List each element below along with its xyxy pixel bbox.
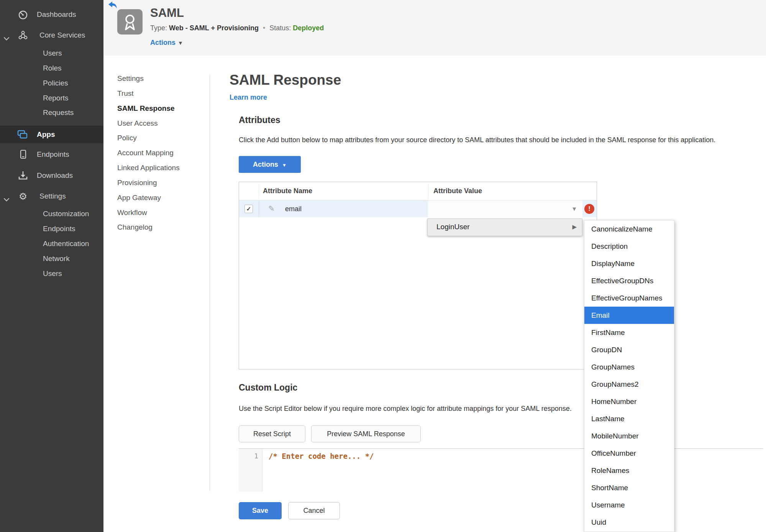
error-cell: ! [582, 200, 597, 217]
sidebar-item-label: Users [43, 48, 62, 59]
app-meta: Type: Web - SAML + Provisioning • Status… [150, 24, 324, 32]
separator-dot: • [263, 24, 265, 32]
sidebar-item-label: Policies [43, 77, 68, 89]
tab-provisioning[interactable]: Provisioning [117, 177, 157, 189]
line-number: 1 [254, 452, 258, 460]
sidebar-item-label: Users [43, 268, 62, 279]
sidebar-item-label: Endpoints [43, 223, 75, 235]
endpoint-device-icon [17, 149, 29, 160]
caret-down-icon: ▼ [178, 40, 183, 46]
attribute-name-cell[interactable]: email [285, 200, 302, 217]
tab-trust[interactable]: Trust [117, 88, 134, 99]
menu-item-email-selected[interactable]: Email [584, 307, 674, 324]
tab-linked-applications[interactable]: Linked Applications [117, 162, 180, 174]
menu-item-groupdn[interactable]: GroupDN [584, 341, 674, 358]
tab-account-mapping[interactable]: Account Mapping [117, 147, 174, 159]
attribute-value-dropdown[interactable]: ▼ [428, 200, 582, 217]
menu-item-effectivegroupdns[interactable]: EffectiveGroupDNs [584, 272, 674, 289]
back-arrow-icon[interactable] [108, 1, 118, 10]
chevron-down-icon[interactable] [4, 33, 9, 44]
chevron-down-icon[interactable] [4, 194, 9, 205]
save-button[interactable]: Save [239, 502, 282, 519]
menu-item-groupnames[interactable]: GroupNames [584, 358, 674, 376]
editor-gutter: 1 [239, 449, 262, 492]
page-title: SAML Response [230, 72, 341, 88]
sidebar-item-label: Requests [43, 107, 74, 118]
attributes-table: Attribute Name Attribute Value ✓ ✎ email… [239, 182, 597, 369]
nav-content-divider [210, 75, 210, 491]
caret-down-icon: ▼ [571, 200, 577, 217]
dashboard-icon [17, 9, 29, 20]
cancel-button[interactable]: Cancel [288, 502, 340, 519]
tab-settings[interactable]: Settings [117, 73, 144, 84]
sidebar-item-apps-active[interactable]: Apps [0, 126, 103, 143]
menu-item-description[interactable]: Description [584, 238, 674, 255]
app-window: Dashboards Core Services Users Roles Pol… [0, 0, 766, 532]
column-header-attribute-name: Attribute Name [263, 182, 312, 200]
tab-policy[interactable]: Policy [117, 132, 137, 144]
sidebar-item-label: Customization [43, 208, 89, 220]
custom-logic-description: Use the Script Editor below if you requi… [239, 405, 572, 413]
menu-item-groupnames2[interactable]: GroupNames2 [584, 376, 674, 393]
column-divider [428, 184, 428, 199]
menu-item-uuid[interactable]: Uuid [584, 514, 674, 531]
tab-saml-response[interactable]: SAML Response [117, 103, 175, 114]
menu-item-canonicalizename[interactable]: CanonicalizeName [584, 220, 674, 238]
submenu-arrow-icon: ▶ [572, 219, 577, 235]
menu-item-officenumber[interactable]: OfficeNumber [584, 445, 674, 462]
menu-item-homenumber[interactable]: HomeNumber [584, 393, 674, 410]
row-checkbox[interactable]: ✓ [244, 205, 253, 213]
sidebar-item-label: Network [43, 253, 70, 264]
editor-code[interactable]: /* Enter code here... */ [269, 452, 374, 460]
sidebar-item-label: Endpoints [37, 149, 69, 160]
type-label: Type: [150, 24, 167, 32]
actions-label: Actions [150, 39, 176, 46]
sidebar-item-label: Reports [43, 92, 69, 104]
tab-workflow[interactable]: Workflow [117, 207, 147, 218]
script-editor[interactable]: 1 /* Enter code here... */ [239, 448, 763, 492]
error-icon: ! [584, 204, 594, 214]
apps-icon [17, 129, 29, 140]
header-actions-menu[interactable]: Actions▼ [150, 39, 183, 47]
sidebar-item-label: Roles [43, 62, 62, 74]
edit-pencil-icon[interactable]: ✎ [268, 204, 275, 213]
menu-item-mobilenumber[interactable]: MobileNumber [584, 427, 674, 445]
sidebar: Dashboards Core Services Users Roles Pol… [0, 0, 103, 532]
tab-changelog[interactable]: Changelog [117, 222, 153, 233]
checkbox-cell: ✓ [239, 200, 259, 217]
sidebar-item-label: Settings [39, 190, 66, 202]
download-icon [17, 170, 29, 181]
menu-item-firstname[interactable]: FirstName [584, 324, 674, 341]
table-header-row: Attribute Name Attribute Value [239, 182, 597, 200]
attributes-heading: Attributes [239, 115, 280, 125]
learn-more-link[interactable]: Learn more [230, 94, 267, 102]
attributes-description: Click the Add button below to map attrib… [239, 136, 715, 144]
menu-item-rolenames[interactable]: RoleNames [584, 462, 674, 479]
attribute-submenu: CanonicalizeName Description DisplayName… [584, 220, 674, 532]
menu-item-effectivegroupnames[interactable]: EffectiveGroupNames [584, 289, 674, 307]
sidebar-item-label: Dashboards [37, 9, 76, 20]
type-value: Web - SAML + Provisioning [169, 24, 259, 32]
caret-down-icon: ▼ [282, 163, 287, 168]
menu-item-lastname[interactable]: LastName [584, 410, 674, 427]
menu-item-username[interactable]: Username [584, 496, 674, 514]
sidebar-item-label: Apps [37, 126, 55, 143]
tab-user-access[interactable]: User Access [117, 118, 158, 129]
reset-script-button[interactable]: Reset Script [239, 425, 305, 442]
column-header-attribute-value: Attribute Value [433, 182, 482, 200]
saml-app-icon [117, 9, 143, 34]
app-header: SAML Type: Web - SAML + Provisioning • S… [103, 0, 766, 56]
menu-item-shortname[interactable]: ShortName [584, 479, 674, 496]
status-label: Status: [269, 24, 291, 32]
table-row[interactable]: ✓ ✎ email ▼ ! [239, 200, 597, 217]
tab-app-gateway[interactable]: App Gateway [117, 192, 161, 204]
core-services-icon [17, 30, 29, 41]
attributes-actions-button[interactable]: Actions▼ [239, 156, 301, 173]
dropdown-menu-loginuser[interactable]: LoginUser ▶ [427, 218, 582, 236]
gear-icon: ⚙ [17, 191, 29, 202]
app-title: SAML [150, 6, 184, 20]
menu-item-displayname[interactable]: DisplayName [584, 255, 674, 272]
menu-item-label: LoginUser [436, 219, 470, 235]
sidebar-item-label: Authentication [43, 238, 89, 250]
preview-saml-response-button[interactable]: Preview SAML Response [311, 425, 421, 442]
